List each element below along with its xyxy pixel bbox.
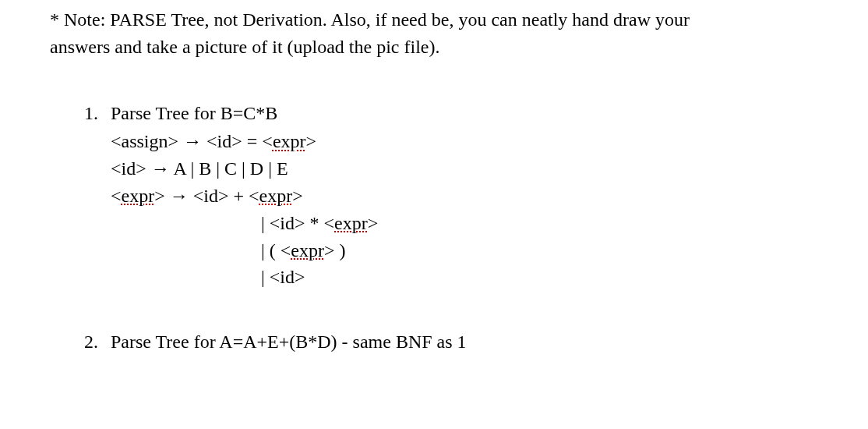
error-expr-1: expr <box>273 131 306 151</box>
rule-assign: <assign> → <id> = <expr> <box>111 128 829 155</box>
item-2-title: Parse Tree for A=A+E+(B*D) - same BNF as… <box>111 332 467 352</box>
item-1-number: 1. <box>84 100 111 127</box>
grammar-rules: <assign> → <id> = <expr> <id> → A | B | … <box>84 128 829 291</box>
item-1-title: Parse Tree for B=C*B <box>111 103 277 123</box>
list-item-1: 1.Parse Tree for B=C*B <assign> → <id> =… <box>84 100 829 292</box>
error-expr-2: expr <box>122 186 155 206</box>
rule-alt-3: | <id> <box>111 264 829 291</box>
note-line-2: answers and take a picture of it (upload… <box>50 34 829 61</box>
note-block: * Note: PARSE Tree, not Derivation. Also… <box>50 6 829 61</box>
list-item-2: 2.Parse Tree for A=A+E+(B*D) - same BNF … <box>84 328 829 356</box>
rule-id: <id> → A | B | C | D | E <box>111 155 829 183</box>
error-expr-5: expr <box>291 240 324 261</box>
item-2-number: 2. <box>84 328 111 356</box>
content-block: 1.Parse Tree for B=C*B <assign> → <id> =… <box>50 100 829 356</box>
note-line-1: * Note: PARSE Tree, not Derivation. Also… <box>50 6 829 34</box>
error-expr-3: expr <box>259 186 293 206</box>
rule-alt-2: | ( <expr> ) <box>111 237 829 264</box>
error-expr-4: expr <box>334 213 368 233</box>
rule-alt-1: | <id> * <expr> <box>111 210 829 237</box>
rule-expr: <expr> → <id> + <expr> <box>111 183 829 210</box>
